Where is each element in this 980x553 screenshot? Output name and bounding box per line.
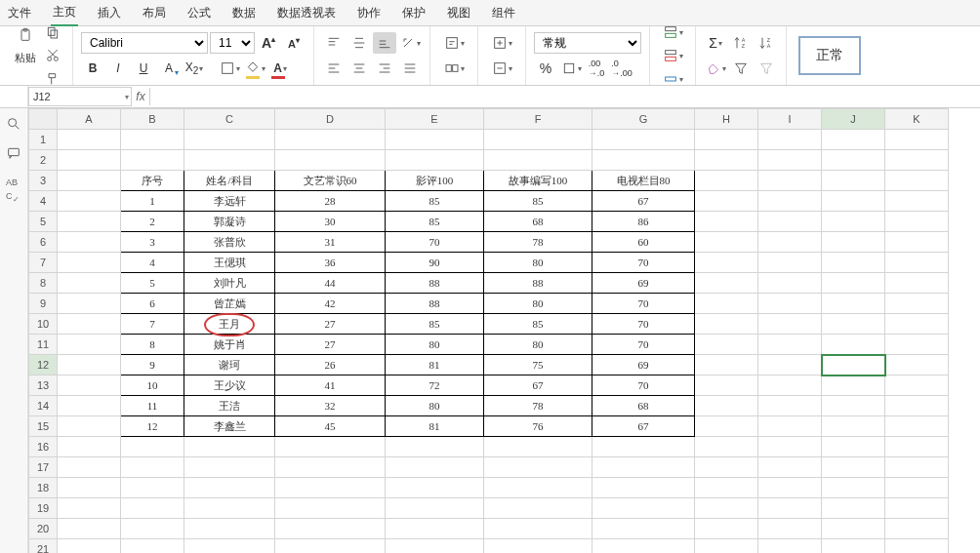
cell-D21[interactable] bbox=[275, 539, 386, 554]
cell-I2[interactable] bbox=[758, 150, 822, 171]
menu-tab-9[interactable]: 视图 bbox=[445, 1, 472, 25]
cell-J20[interactable] bbox=[822, 519, 885, 539]
cell-D11[interactable]: 27 bbox=[275, 335, 386, 355]
cell-I21[interactable] bbox=[758, 539, 822, 554]
cell-D15[interactable]: 45 bbox=[275, 416, 386, 437]
cell-H19[interactable] bbox=[695, 498, 758, 519]
cell-K5[interactable] bbox=[885, 212, 949, 232]
cell-I18[interactable] bbox=[758, 478, 822, 498]
cell-K20[interactable] bbox=[885, 519, 949, 539]
cell-A11[interactable] bbox=[58, 335, 121, 355]
cell-F13[interactable]: 67 bbox=[484, 375, 592, 396]
delete-row-button[interactable]: ▾ bbox=[658, 45, 687, 66]
cell-G4[interactable]: 67 bbox=[592, 191, 695, 212]
cell-K2[interactable] bbox=[885, 150, 949, 171]
col-header-C[interactable]: C bbox=[184, 109, 275, 130]
menu-tab-4[interactable]: 公式 bbox=[185, 1, 213, 25]
cell-J18[interactable] bbox=[822, 478, 885, 498]
cell-F20[interactable] bbox=[484, 519, 592, 539]
align-right-button[interactable] bbox=[373, 58, 396, 79]
cell-E15[interactable]: 81 bbox=[386, 416, 484, 437]
cell-H17[interactable] bbox=[695, 457, 758, 478]
cell-F14[interactable]: 78 bbox=[484, 396, 592, 416]
decrease-decimal-button[interactable]: .00→.0 bbox=[585, 58, 608, 79]
cell-K8[interactable] bbox=[885, 273, 949, 294]
cell-J9[interactable] bbox=[822, 294, 885, 314]
cell-H5[interactable] bbox=[695, 212, 758, 232]
wrap-text-button[interactable]: ▾ bbox=[438, 32, 470, 54]
cell-K18[interactable] bbox=[885, 478, 949, 498]
cell-B4[interactable]: 1 bbox=[121, 191, 184, 212]
insert-row-button[interactable]: ▾ bbox=[658, 21, 687, 43]
cell-D6[interactable]: 31 bbox=[275, 232, 386, 253]
number-format-select[interactable]: 常规 bbox=[534, 32, 641, 54]
spellcheck-icon[interactable]: ABC✓ bbox=[6, 175, 21, 190]
row-header-1[interactable]: 1 bbox=[29, 130, 58, 150]
cell-D10[interactable]: 27 bbox=[275, 314, 386, 335]
cell-H15[interactable] bbox=[695, 416, 758, 437]
cell-E9[interactable]: 88 bbox=[386, 294, 484, 314]
col-header-E[interactable]: E bbox=[386, 109, 484, 130]
cell-B13[interactable]: 10 bbox=[121, 375, 184, 396]
cell-F1[interactable] bbox=[484, 130, 592, 150]
col-header-D[interactable]: D bbox=[275, 109, 386, 130]
row-header-5[interactable]: 5 bbox=[29, 212, 58, 232]
cell-E21[interactable] bbox=[386, 539, 484, 554]
row-header-18[interactable]: 18 bbox=[29, 478, 58, 498]
cell-J7[interactable] bbox=[822, 253, 885, 273]
cell-E20[interactable] bbox=[386, 519, 484, 539]
cell-I1[interactable] bbox=[758, 130, 822, 150]
cell-H14[interactable] bbox=[695, 396, 758, 416]
cell-H12[interactable] bbox=[695, 355, 758, 375]
row-header-3[interactable]: 3 bbox=[29, 171, 58, 191]
menu-tab-6[interactable]: 数据透视表 bbox=[275, 1, 338, 25]
fx-label[interactable]: fx bbox=[132, 90, 149, 103]
cell-J5[interactable] bbox=[822, 212, 885, 232]
cell-C7[interactable]: 王偲琪 bbox=[184, 253, 275, 273]
cell-C13[interactable]: 王少议 bbox=[184, 375, 275, 396]
menu-tab-7[interactable]: 协作 bbox=[355, 1, 383, 25]
spreadsheet-grid[interactable]: ABCDEFGHIJK123序号姓名/科目文艺常识60影评100故事编写100电… bbox=[28, 108, 980, 553]
cell-B21[interactable] bbox=[121, 539, 184, 554]
paste-button[interactable] bbox=[12, 21, 39, 49]
row-header-16[interactable]: 16 bbox=[29, 437, 58, 457]
cell-B20[interactable] bbox=[121, 519, 184, 539]
cell-E6[interactable]: 70 bbox=[386, 232, 484, 253]
cell-A3[interactable] bbox=[58, 171, 121, 191]
cell-F15[interactable]: 76 bbox=[484, 416, 592, 437]
cell-E16[interactable] bbox=[386, 437, 484, 457]
cell-B8[interactable]: 5 bbox=[121, 273, 184, 294]
cell-E13[interactable]: 72 bbox=[386, 375, 484, 396]
cell-A20[interactable] bbox=[58, 519, 121, 539]
cell-D19[interactable] bbox=[275, 498, 386, 519]
cell-J12[interactable] bbox=[822, 355, 885, 375]
sort-desc-button[interactable]: ZA bbox=[755, 32, 778, 54]
cell-C16[interactable] bbox=[184, 437, 275, 457]
cell-E4[interactable]: 85 bbox=[386, 191, 484, 212]
accounting-button[interactable]: ▾ bbox=[559, 58, 583, 79]
align-top-button[interactable] bbox=[322, 32, 346, 54]
comment-icon[interactable] bbox=[6, 145, 21, 161]
cell-E19[interactable] bbox=[386, 498, 484, 519]
cell-J3[interactable] bbox=[822, 171, 885, 191]
cell-G10[interactable]: 70 bbox=[592, 314, 695, 335]
cell-K7[interactable] bbox=[885, 253, 949, 273]
increase-decimal-button[interactable]: .0→.00 bbox=[610, 58, 633, 79]
cell-I19[interactable] bbox=[758, 498, 822, 519]
cell-G9[interactable]: 70 bbox=[592, 294, 695, 314]
cell-A9[interactable] bbox=[58, 294, 121, 314]
cell-B3[interactable]: 序号 bbox=[121, 171, 184, 191]
row-header-13[interactable]: 13 bbox=[29, 375, 58, 396]
cell-C17[interactable] bbox=[184, 457, 275, 478]
cell-A13[interactable] bbox=[58, 375, 121, 396]
cell-A12[interactable] bbox=[58, 355, 121, 375]
cell-I16[interactable] bbox=[758, 437, 822, 457]
cell-E11[interactable]: 80 bbox=[386, 335, 484, 355]
row-header-15[interactable]: 15 bbox=[29, 416, 58, 437]
autosum-button[interactable]: Σ▾ bbox=[704, 32, 727, 54]
cell-E14[interactable]: 80 bbox=[386, 396, 484, 416]
clear-button[interactable]: ▾ bbox=[704, 58, 727, 79]
cell-J8[interactable] bbox=[822, 273, 885, 294]
cell-H20[interactable] bbox=[695, 519, 758, 539]
cell-G3[interactable]: 电视栏目80 bbox=[592, 171, 695, 191]
